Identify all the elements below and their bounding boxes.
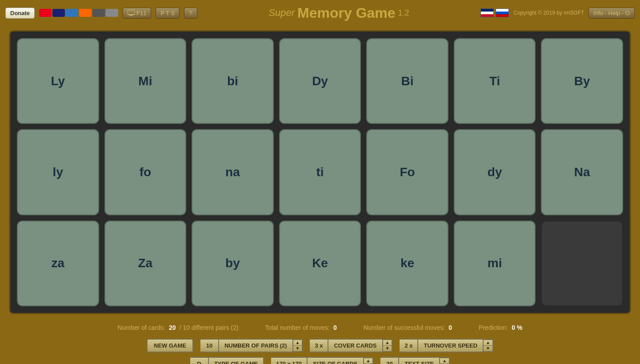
total-moves-value: 0 (333, 324, 337, 331)
card-row-2: ly fo na ti Fo dy Na (17, 129, 623, 215)
cover-down-button[interactable]: ▼ (383, 346, 392, 351)
card-3-2[interactable]: Za (104, 221, 187, 306)
card-2-2[interactable]: fo (104, 129, 187, 215)
cover-value: 3 x (310, 339, 328, 352)
type-value: D (190, 357, 208, 364)
card-3-5[interactable]: ke (366, 221, 448, 306)
mastercard-icon (39, 9, 52, 17)
card-row-3: za Za by Ke ke mi (17, 221, 623, 306)
donate-button[interactable]: Donate (5, 8, 35, 19)
card-2-7[interactable]: Na (541, 129, 623, 215)
stat-successful: Number of successful moves: 0 (364, 324, 452, 331)
turnover-value: 2 s (400, 339, 417, 352)
pairs-group: 10 NUMBER OF PAIRS (2) ▲ ▼ (200, 339, 303, 352)
other-pay2-icon (106, 9, 118, 17)
text-size-group: 30 TEXT SIZE ▲ ▼ (380, 357, 450, 364)
turnover-arrows: ▲ ▼ (484, 339, 493, 352)
card-2-6[interactable]: dy (454, 129, 536, 215)
pts-button[interactable]: P T S (156, 8, 180, 19)
cover-up-button[interactable]: ▲ (383, 340, 392, 346)
topbar: Donate F11 P T S ? Super Memory Game 1.2… (0, 0, 640, 26)
turnover-label: TURNOVER SPEED (417, 339, 484, 352)
card-3-6[interactable]: mi (454, 221, 536, 306)
turnover-down-button[interactable]: ▼ (484, 346, 492, 351)
title-main: Memory Game (297, 5, 396, 21)
title-super: Super (268, 7, 295, 19)
successful-value: 0 (448, 324, 452, 331)
amex-icon (66, 9, 78, 17)
num-cards-label: Number of cards: (118, 324, 165, 331)
svg-rect-0 (128, 10, 135, 15)
pairs-down-button[interactable]: ▼ (293, 346, 302, 351)
prediction-label: Prediction: (479, 324, 508, 331)
prediction-value: 0 % (512, 324, 522, 331)
size-up-button[interactable]: ▲ (364, 358, 373, 364)
cover-label: COVER CARDS (328, 339, 383, 352)
card-2-3[interactable]: na (192, 129, 274, 215)
turnover-group: 2 s TURNOVER SPEED ▲ ▼ (400, 339, 493, 352)
text-size-label: TEXT SIZE (398, 357, 440, 364)
turnover-up-button[interactable]: ▲ (484, 340, 492, 346)
size-value: 170 x 170 (271, 357, 307, 364)
copyright-text: Copyright © 2019 by rmSOFT (513, 10, 584, 16)
flag-en[interactable] (480, 8, 494, 17)
pairs-arrows: ▲ ▼ (293, 339, 303, 352)
pairs-info: / 10 different pairs (2) (180, 324, 239, 331)
title-version: 1.2 (398, 8, 409, 18)
monitor-label: F11 (136, 10, 146, 16)
pairs-up-button[interactable]: ▲ (293, 340, 302, 346)
type-group: D TYPE OF GAME (190, 357, 264, 364)
card-1-3[interactable]: bi (192, 38, 274, 124)
controlsbar: NEW GAME 10 NUMBER OF PAIRS (2) ▲ ▼ 3 x … (0, 336, 640, 364)
card-row-1: Ly Mi bi Dy Bi Ti By (17, 38, 623, 124)
cover-arrows: ▲ ▼ (383, 339, 393, 352)
text-size-up-button[interactable]: ▲ (440, 358, 449, 364)
card-3-3[interactable]: by (192, 221, 274, 306)
card-2-1[interactable]: ly (17, 129, 99, 215)
monitor-icon (128, 10, 135, 16)
num-cards-value: 20 (169, 324, 176, 331)
flag-icons (480, 8, 509, 17)
card-2-4[interactable]: ti (279, 129, 361, 215)
card-3-4[interactable]: Ke (279, 221, 361, 306)
statsbar: Number of cards: 20 / 10 different pairs… (0, 319, 640, 336)
info-help-button[interactable]: Info - Help - O (588, 8, 635, 19)
flag-sk[interactable] (496, 8, 509, 17)
new-game-button[interactable]: NEW GAME (147, 339, 193, 352)
card-1-2[interactable]: Mi (104, 38, 187, 124)
card-1-4[interactable]: Dy (279, 38, 361, 124)
successful-label: Number of successful moves: (364, 324, 445, 331)
total-moves-label: Total number of moves: (265, 324, 330, 331)
title-area: Super Memory Game 1.2 (202, 5, 476, 21)
card-1-5[interactable]: Bi (366, 38, 448, 124)
stat-prediction: Prediction: 0 % (479, 324, 522, 331)
card-2-5[interactable]: Fo (366, 129, 448, 215)
pairs-value: 10 (200, 339, 218, 352)
size-label: SIZE OF CARDS (307, 357, 364, 364)
size-arrows: ▲ ▼ (364, 357, 374, 364)
card-3-1[interactable]: za (17, 221, 99, 306)
cover-group: 3 x COVER CARDS ▲ ▼ (310, 339, 392, 352)
pts-label: P T S (160, 10, 175, 16)
discover-icon (79, 9, 92, 17)
text-size-arrows: ▲ ▼ (440, 357, 450, 364)
other-pay-icon (92, 9, 105, 17)
question-label: ? (189, 10, 192, 16)
card-3-empty (541, 221, 623, 306)
question-button[interactable]: ? (184, 8, 197, 19)
visa-icon (52, 9, 65, 17)
stat-num-cards: Number of cards: 20 / 10 different pairs… (118, 324, 239, 331)
gameboard: Ly Mi bi Dy Bi Ti By ly fo na ti Fo dy N… (9, 30, 631, 314)
card-1-6[interactable]: Ti (454, 38, 536, 124)
pairs-label: NUMBER OF PAIRS (2) (218, 339, 293, 352)
text-size-value: 30 (380, 357, 398, 364)
payment-icons (39, 9, 118, 17)
card-1-1[interactable]: Ly (17, 38, 99, 124)
stat-total-moves: Total number of moves: 0 (265, 324, 336, 331)
monitor-button[interactable]: F11 (123, 8, 151, 19)
card-1-7[interactable]: By (541, 38, 623, 124)
size-group: 170 x 170 SIZE OF CARDS ▲ ▼ (271, 357, 373, 364)
controls-row-1: NEW GAME 10 NUMBER OF PAIRS (2) ▲ ▼ 3 x … (147, 339, 493, 352)
type-label: TYPE OF GAME (208, 357, 264, 364)
controls-row-2: D TYPE OF GAME 170 x 170 SIZE OF CARDS ▲… (190, 357, 450, 364)
